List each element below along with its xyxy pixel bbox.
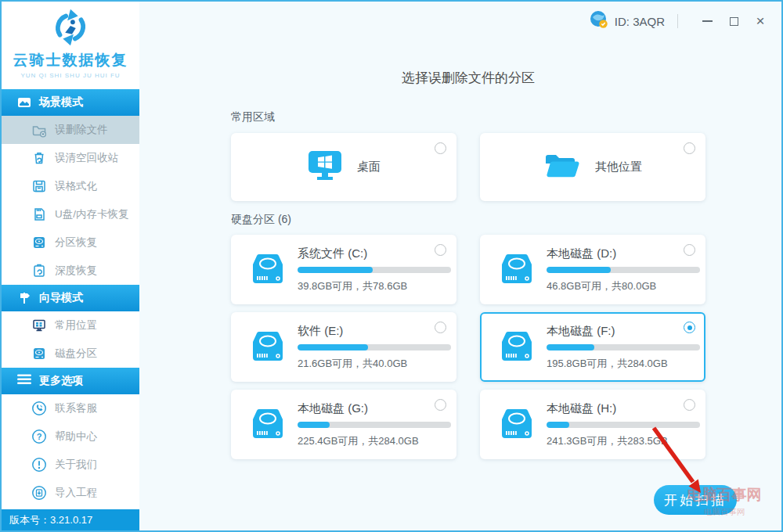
minimize-icon	[702, 20, 713, 22]
app-logo: 云骑士数据恢复 YUN QI SHI SHU JU HUI FU	[2, 2, 139, 89]
scene-mode-icon	[17, 95, 31, 110]
sidebar-item-recycle-bin[interactable]: 误清空回收站	[2, 144, 139, 172]
partition-detail: 46.8GB可用，共80.0GB	[547, 279, 700, 293]
sidebar-section-header-0: 场景模式	[2, 89, 139, 116]
partition-usage-fill	[547, 267, 611, 273]
partition-usage-fill	[298, 267, 373, 273]
sidebar-item-disk-partition[interactable]: 磁盘分区	[2, 340, 139, 368]
deleted-file-icon	[31, 122, 47, 138]
sidebar: 云骑士数据恢复 YUN QI SHI SHU JU HUI FU 场景模式 误删…	[2, 2, 139, 530]
partition-detail: 225.4GB可用，共284.0GB	[298, 434, 451, 448]
partition-name: 本地磁盘 (F:)	[547, 324, 700, 339]
svg-text:?: ?	[37, 432, 42, 441]
disk-drive-icon	[250, 329, 286, 365]
partition-usage-fill	[298, 344, 368, 350]
app-name: 云骑士数据恢复	[2, 50, 139, 70]
folder-icon	[543, 151, 581, 184]
partition-detail: 39.8GB可用，共78.6GB	[298, 279, 451, 293]
partition-detail: 195.8GB可用，共284.0GB	[547, 357, 700, 371]
partition-detail: 21.6GB可用，共40.0GB	[298, 357, 451, 371]
partition-usage-bar	[547, 344, 700, 350]
format-icon	[31, 178, 47, 194]
disk-drive-icon	[499, 252, 535, 288]
partition-card-f[interactable]: 本地磁盘 (F:) 195.8GB可用，共284.0GB	[480, 312, 705, 382]
partition-radio[interactable]	[684, 399, 695, 411]
sidebar-item-help-center[interactable]: ? 帮助中心	[2, 422, 139, 451]
about-us-icon	[31, 457, 47, 473]
account-badge-icon	[590, 10, 608, 32]
partition-usage-bar	[298, 422, 451, 428]
sidebar-nav: 场景模式 误删除文件 误清空回收站 误格式化 U盘/内存卡恢复 分区恢复 深度恢…	[2, 89, 139, 507]
partition-usage-fill	[298, 422, 330, 428]
close-button[interactable]: ×	[750, 11, 770, 31]
sidebar-item-import-project[interactable]: 导入工程	[2, 479, 139, 507]
place-radio[interactable]	[435, 142, 446, 154]
partition-radio[interactable]	[435, 244, 446, 256]
user-id-label: ID: 3AQR	[615, 15, 665, 28]
titlebar-divider	[677, 14, 678, 28]
common-location-icon	[31, 318, 47, 333]
content: 选择误删除文件的分区 常用区域 桌面 其他位置 硬盘分区 (6)	[231, 69, 705, 459]
recycle-bin-icon	[31, 150, 47, 166]
disk-drive-icon	[250, 252, 286, 288]
disk-partition-icon	[31, 346, 47, 361]
maximize-button[interactable]	[723, 11, 744, 31]
sidebar-item-about-us[interactable]: 关于我们	[2, 451, 139, 479]
sidebar-section-header-2: 更多选项	[2, 368, 139, 394]
wizard-mode-icon	[17, 291, 31, 305]
help-center-icon: ?	[31, 429, 47, 444]
partition-card-d[interactable]: 本地磁盘 (D:) 46.8GB可用，共80.0GB	[480, 235, 705, 304]
partition-radio[interactable]	[684, 322, 695, 333]
partition-card-g[interactable]: 本地磁盘 (G:) 225.4GB可用，共284.0GB	[231, 390, 456, 459]
titlebar: ID: 3AQR ×	[139, 2, 781, 41]
section-label-common-areas: 常用区域	[231, 110, 705, 124]
version-label: 版本号：3.21.0.17	[2, 509, 139, 530]
start-scan-button[interactable]: 开始扫描	[654, 485, 737, 515]
sidebar-item-deep-recovery[interactable]: 深度恢复	[2, 257, 139, 285]
sidebar-item-usb-card[interactable]: U盘/内存卡恢复	[2, 200, 139, 228]
sidebar-item-partition-recovery[interactable]: 分区恢复	[2, 228, 139, 257]
import-project-icon	[31, 485, 47, 501]
main-area: ID: 3AQR × 选择误删除文件的分区 常用区域 桌面 其他位置 硬盘分区 …	[139, 2, 781, 530]
partition-radio[interactable]	[684, 244, 695, 256]
partition-usage-bar	[547, 422, 700, 428]
common-places-grid: 桌面 其他位置	[231, 133, 705, 201]
partition-recovery-icon	[31, 235, 47, 250]
desktop-icon	[307, 150, 343, 185]
partition-name: 本地磁盘 (D:)	[547, 246, 700, 261]
disk-drive-icon	[250, 407, 286, 443]
minimize-button[interactable]	[697, 11, 717, 31]
section-label-partitions: 硬盘分区 (6)	[231, 213, 705, 227]
place-card-folder[interactable]: 其他位置	[480, 133, 705, 201]
sidebar-item-common-location[interactable]: 常用位置	[2, 311, 139, 340]
usb-card-icon	[31, 207, 47, 222]
partition-usage-bar	[298, 344, 451, 350]
page-title: 选择误删除文件的分区	[231, 69, 705, 87]
partition-card-e[interactable]: 软件 (E:) 21.6GB可用，共40.0GB	[231, 312, 456, 382]
partition-name: 软件 (E:)	[298, 324, 451, 339]
partition-name: 本地磁盘 (H:)	[547, 401, 700, 416]
partition-card-h[interactable]: 本地磁盘 (H:) 241.3GB可用，共283.5GB	[480, 390, 705, 459]
partition-card-c[interactable]: 系统文件 (C:) 39.8GB可用，共78.6GB	[231, 235, 456, 304]
partition-radio[interactable]	[435, 322, 446, 333]
partition-usage-bar	[298, 267, 451, 273]
deep-recovery-icon	[31, 263, 47, 279]
sidebar-item-format[interactable]: 误格式化	[2, 172, 139, 200]
partition-usage-fill	[547, 344, 594, 350]
more-options-icon	[17, 374, 31, 388]
partition-radio[interactable]	[435, 399, 446, 411]
place-radio[interactable]	[684, 142, 695, 154]
app-name-pinyin: YUN QI SHI SHU JU HUI FU	[2, 72, 139, 79]
sidebar-item-contact-support[interactable]: 联系客服	[2, 394, 139, 422]
partition-name: 本地磁盘 (G:)	[298, 401, 451, 416]
partition-detail: 241.3GB可用，共283.5GB	[547, 434, 700, 448]
logo-recycle-knight-icon	[49, 38, 92, 51]
app-window: 云骑士数据恢复 YUN QI SHI SHU JU HUI FU 场景模式 误删…	[0, 0, 783, 532]
place-card-desktop[interactable]: 桌面	[231, 133, 456, 201]
partition-name: 系统文件 (C:)	[298, 246, 451, 261]
sidebar-item-deleted-file[interactable]: 误删除文件	[2, 116, 139, 144]
maximize-icon	[730, 17, 738, 26]
partitions-grid: 系统文件 (C:) 39.8GB可用，共78.6GB 本地磁盘 (D:) 46.…	[231, 235, 705, 459]
disk-drive-icon	[499, 329, 535, 365]
disk-drive-icon	[499, 407, 535, 443]
